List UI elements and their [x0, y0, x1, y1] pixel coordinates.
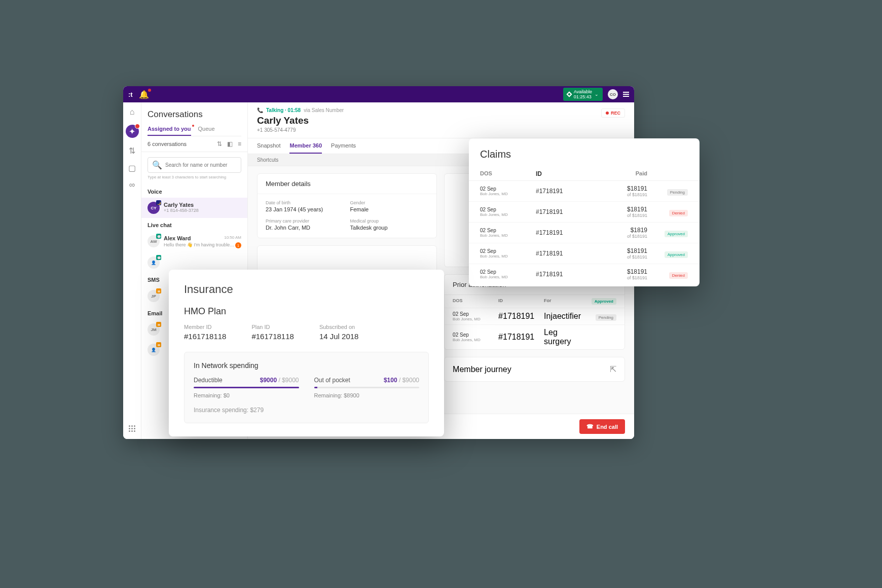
claim-row[interactable]: 02 SepBob Jones, MD#1718191$18191of $181… — [469, 181, 700, 202]
conversation-count: 6 conversations — [148, 141, 187, 147]
avatar-generic: 👤✉ — [148, 344, 160, 356]
claim-row[interactable]: 02 SepBob Jones, MD#1718191$18191of $181… — [469, 264, 700, 284]
card-title: Insurance — [184, 283, 429, 296]
search-input[interactable] — [165, 162, 237, 168]
chat-badge-icon: 💬 — [156, 234, 161, 239]
deductible-remaining: Remaining: $0 — [194, 392, 299, 398]
contact-icon[interactable]: ▢ — [128, 163, 137, 172]
user-avatar[interactable]: CO — [608, 89, 618, 99]
col-dos: DOS — [480, 170, 536, 177]
member-journey-card[interactable]: Member journey ⇱ — [444, 357, 625, 382]
conv-name: Carly Yates — [164, 202, 241, 208]
status-timer: 01:25:43 — [574, 94, 592, 99]
oop-remaining: Remaining: $8900 — [314, 392, 420, 398]
unread-badge: 1 — [235, 242, 241, 248]
voice-item[interactable]: CY🌙 Carly Yates +1 814-458-3728 — [141, 198, 247, 218]
status-badge: Pending — [667, 189, 688, 196]
voicemail-icon[interactable]: ∞ — [128, 180, 137, 190]
claim-row[interactable]: 02 SepBob Jones, MD#1718191$18191of $181… — [469, 243, 700, 264]
conv-time: 10:50 AM — [224, 235, 241, 241]
email-badge-icon: ✉ — [156, 342, 161, 347]
layout-icon[interactable]: ◧ — [227, 140, 233, 148]
filter-lines-icon[interactable]: ≡ — [238, 140, 241, 148]
end-call-button[interactable]: ☎End call — [579, 419, 625, 434]
col-paid: Paid — [586, 170, 647, 177]
member-id-label: Member ID — [184, 324, 226, 330]
voice-section-label: Voice — [141, 185, 247, 198]
tab-snapshot[interactable]: Snapshot — [257, 138, 280, 154]
member-id-value: #161718118 — [184, 332, 226, 341]
pa-row[interactable]: 02 SepBob Jones, MD #1718191 Leg surgery — [445, 324, 624, 349]
avatar-generic: 👤💬 — [148, 256, 160, 269]
apps-grid-icon[interactable] — [128, 424, 137, 433]
conv-preview: Hello there 👋 I'm having trouble… — [164, 242, 234, 247]
status-badge: Pending — [596, 314, 616, 321]
col-id: ID — [536, 170, 586, 177]
conv-name: Alex Ward — [164, 235, 191, 241]
subscribed-value: 14 Jul 2018 — [319, 332, 359, 341]
col-id: ID — [498, 298, 544, 305]
col-dos: DOS — [453, 298, 498, 305]
claim-row[interactable]: 02 SepBob Jones, MD#1718191$18191of $181… — [469, 202, 700, 223]
tab-queue[interactable]: Queue — [198, 126, 215, 136]
deductible-label: Deductible — [194, 377, 223, 384]
chevron-down-icon: ⌄ — [595, 92, 599, 97]
search-input-wrap[interactable]: 🔍 — [148, 157, 241, 173]
app-logo: :t — [128, 91, 133, 98]
menu-icon[interactable] — [623, 92, 629, 97]
agent-icon[interactable]: ✦ — [126, 125, 139, 138]
tab-payments[interactable]: Payments — [331, 138, 356, 154]
chat-item[interactable]: AW💬 Alex Ward10:50 AM Hello there 👋 I'm … — [141, 231, 247, 252]
gender-label: Gender — [350, 200, 429, 205]
availability-status[interactable]: Available 01:25:43 ⌄ — [563, 88, 603, 101]
plan-id-value: #161718118 — [251, 332, 293, 341]
status-badge: Approved — [665, 231, 688, 237]
call-status-text: Talking · 01:58 — [266, 107, 301, 113]
nav-rail: ⌂ ✦ ⇅ ▢ ∞ — [123, 102, 141, 439]
member-details-card: Member details Date of birth23 Jan 1974 … — [257, 173, 437, 238]
insurance-total: Insurance spending: $279 — [194, 407, 419, 414]
dob-label: Date of birth — [266, 200, 344, 205]
avatar-cy: CY🌙 — [148, 202, 160, 214]
oop-bar — [314, 387, 420, 388]
avatar-aw: AW💬 — [148, 235, 160, 247]
search-icon: 🔍 — [152, 160, 162, 170]
avatar-jp: JP✉ — [148, 290, 160, 302]
mg-label: Medical group — [350, 218, 429, 224]
card-title: Claims — [469, 149, 700, 167]
pa-row[interactable]: 02 SepBob Jones, MD #1718191 Injaectifie… — [445, 308, 624, 324]
oop-label: Out of pocket — [314, 377, 350, 384]
insurance-card: Insurance HMO Plan Member ID#161718118 P… — [169, 270, 444, 436]
col-for: For — [544, 298, 581, 305]
card-title: Member journey — [453, 365, 511, 374]
claims-card: Claims DOS ID Paid 02 SepBob Jones, MD#1… — [469, 138, 700, 286]
sms-badge-icon: ✉ — [156, 288, 161, 293]
plan-id-label: Plan ID — [251, 324, 293, 330]
status-badge: Approved — [592, 298, 616, 305]
tab-assigned[interactable]: Assigned to you — [148, 126, 191, 136]
bell-icon[interactable]: 🔔 — [139, 90, 149, 99]
claim-row[interactable]: 02 SepBob Jones, MD#1718191$1819of $1819… — [469, 223, 700, 243]
dob-value: 23 Jan 1974 (45 years) — [266, 206, 344, 212]
expand-icon[interactable]: ⇱ — [610, 364, 616, 374]
hangup-icon: ☎ — [586, 423, 594, 430]
gender-value: Female — [350, 206, 429, 212]
status-badge: Denied — [669, 272, 688, 279]
home-icon[interactable]: ⌂ — [128, 107, 137, 117]
phone-icon: 📞 — [257, 107, 263, 113]
filter-icon[interactable]: ⇅ — [128, 146, 137, 155]
card-title: Member details — [258, 174, 436, 194]
conversations-title: Conversations — [148, 109, 241, 120]
tab-member360[interactable]: Member 360 — [289, 138, 322, 154]
pcp-label: Primary care provider — [266, 218, 344, 224]
topbar: :t 🔔 Available 01:25:43 ⌄ CO — [123, 86, 634, 102]
chat-badge-icon: 💬 — [156, 255, 161, 260]
spending-title: In Network spending — [194, 361, 419, 370]
conv-phone: +1 814-458-3728 — [164, 208, 241, 213]
sort-icon[interactable]: ⇅ — [217, 140, 222, 148]
mg-value: Talkdesk group — [350, 225, 429, 231]
avatar-jm: JM✉ — [148, 323, 160, 336]
moon-badge-icon: 🌙 — [156, 200, 161, 205]
status-label: Available — [574, 89, 592, 94]
email-badge-icon: ✉ — [156, 322, 161, 327]
